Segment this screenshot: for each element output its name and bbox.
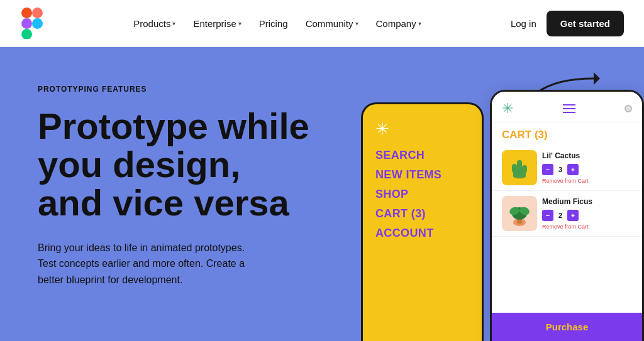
- cactus-info: Lil' Cactus − 3 + Remove from Cart: [542, 151, 632, 184]
- snowflake-icon: ✳: [502, 100, 513, 117]
- svg-rect-11: [522, 165, 527, 173]
- ficus-image: [502, 196, 537, 231]
- get-started-button[interactable]: Get started: [547, 11, 624, 36]
- svg-point-4: [32, 18, 43, 29]
- menu-shop[interactable]: SHOP: [375, 188, 469, 201]
- cactus-remove[interactable]: Remove from Cart: [542, 178, 632, 184]
- cactus-qty-plus[interactable]: +: [567, 164, 579, 175]
- svg-rect-1: [32, 8, 43, 18]
- cactus-qty-row: − 3 +: [542, 164, 632, 175]
- sparkle-icon: ✳: [375, 119, 469, 139]
- cactus-qty-minus[interactable]: −: [542, 164, 553, 175]
- ficus-name: Medium Ficus: [542, 197, 632, 206]
- cactus-image: [502, 150, 537, 185]
- ficus-remove[interactable]: Remove from Cart: [542, 224, 632, 230]
- cart-title: CART (3): [492, 122, 642, 145]
- hero-mockup: ✳ SEARCH NEW ITEMS SHOP CART (3) ACCOUNT…: [342, 47, 644, 341]
- ficus-qty-num: 2: [556, 212, 565, 219]
- menu-account[interactable]: ACCOUNT: [375, 227, 469, 240]
- navbar: Products ▾ Enterprise ▾ Pricing Communit…: [0, 0, 644, 47]
- svg-marker-5: [594, 72, 600, 85]
- hero-title: Prototype while you design, and vice ver…: [38, 107, 311, 222]
- community-arrow-icon: ▾: [355, 20, 358, 27]
- hamburger-icon[interactable]: [563, 104, 575, 113]
- svg-rect-10: [512, 164, 517, 173]
- nav-products[interactable]: Products ▾: [133, 18, 175, 29]
- company-arrow-icon: ▾: [418, 20, 421, 27]
- nav-enterprise[interactable]: Enterprise ▾: [193, 18, 241, 29]
- ficus-qty-row: − 2 +: [542, 210, 632, 221]
- dot-icon: [625, 105, 632, 112]
- hero-content: Prototyping Features Prototype while you…: [0, 47, 342, 341]
- yellow-phone-mockup: ✳ SEARCH NEW ITEMS SHOP CART (3) ACCOUNT: [361, 102, 484, 341]
- menu-new-items[interactable]: NEW ITEMS: [375, 168, 469, 181]
- hero-tag: Prototyping Features: [38, 85, 311, 94]
- nav-logo[interactable]: [20, 8, 44, 39]
- nav-company[interactable]: Company ▾: [376, 18, 421, 29]
- svg-rect-2: [21, 18, 32, 29]
- menu-search[interactable]: SEARCH: [375, 149, 469, 162]
- cart-item-ficus: Medium Ficus − 2 + Remove from Cart: [492, 191, 642, 237]
- products-arrow-icon: ▾: [172, 20, 175, 27]
- phone-header: ✳: [492, 92, 642, 122]
- nav-pricing[interactable]: Pricing: [259, 18, 288, 29]
- ficus-info: Medium Ficus − 2 + Remove from Cart: [542, 197, 632, 230]
- purchase-button[interactable]: Purchase: [492, 313, 642, 341]
- cactus-qty-num: 3: [556, 166, 565, 173]
- svg-rect-3: [21, 29, 32, 39]
- login-button[interactable]: Log in: [511, 18, 536, 29]
- hero-section: Prototyping Features Prototype while you…: [0, 47, 644, 341]
- enterprise-arrow-icon: ▾: [238, 20, 242, 27]
- hero-description: Bring your ideas to life in animated pro…: [38, 240, 264, 288]
- nav-links: Products ▾ Enterprise ▾ Pricing Communit…: [133, 18, 421, 29]
- svg-rect-9: [517, 160, 522, 175]
- white-phone-mockup: ✳ CART (3): [490, 90, 644, 341]
- cactus-name: Lil' Cactus: [542, 151, 632, 160]
- nav-actions: Log in Get started: [511, 11, 624, 36]
- svg-rect-0: [21, 8, 32, 18]
- ficus-qty-plus[interactable]: +: [567, 210, 579, 221]
- ficus-qty-minus[interactable]: −: [542, 210, 553, 221]
- menu-cart[interactable]: CART (3): [375, 207, 469, 220]
- cart-item-cactus: Lil' Cactus − 3 + Remove from Cart: [492, 145, 642, 191]
- nav-community[interactable]: Community ▾: [306, 18, 358, 29]
